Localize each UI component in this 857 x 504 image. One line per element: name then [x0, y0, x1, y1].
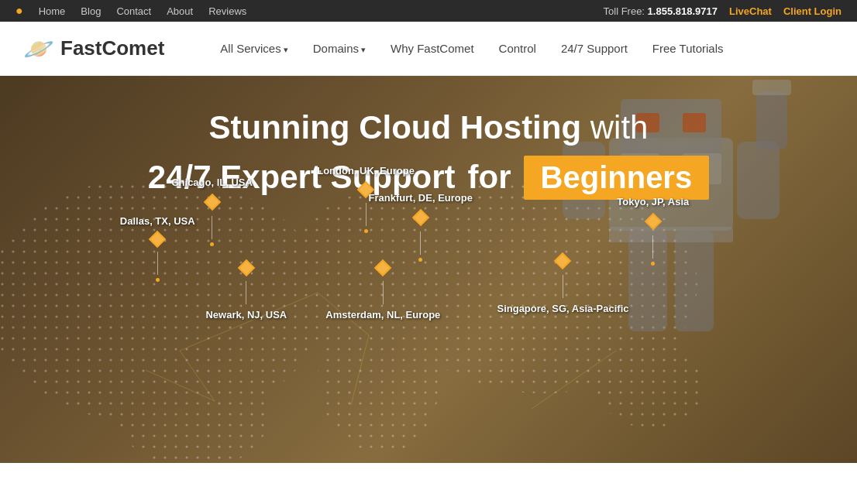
location-tokyo-label: Tokyo, JP, Asia — [617, 196, 689, 207]
nav-all-services[interactable]: All Services — [211, 36, 297, 61]
svg-rect-31 — [205, 196, 219, 209]
location-newark-label: Newark, NJ, USA — [205, 309, 287, 321]
nav-domains[interactable]: Domains — [304, 36, 375, 61]
hero-for-text: for — [468, 159, 511, 196]
top-bar-right: Toll Free: 1.855.818.9717 LiveChat Clien… — [604, 5, 842, 17]
toll-free-label: Toll Free: 1.855.818.9717 — [604, 5, 718, 17]
top-bar-nav: ● Home Blog Contact About Reviews — [15, 4, 246, 18]
nav-home[interactable]: Home — [39, 5, 66, 17]
svg-rect-23 — [756, 91, 787, 149]
nav-why-fastcomet[interactable]: Why FastComet — [381, 36, 484, 61]
nav-contact[interactable]: Contact — [116, 5, 151, 17]
location-newark-marker — [236, 258, 256, 278]
location-tokyo-line — [652, 235, 653, 259]
location-amsterdam-marker — [373, 258, 393, 278]
hero-title-strong: Stunning Cloud Hosting — [209, 109, 582, 146]
livechat-link[interactable]: LiveChat — [729, 5, 772, 17]
location-frankfurt-line — [420, 231, 421, 255]
location-newark: Newark, NJ, USA — [205, 258, 287, 321]
location-dallas-line — [157, 252, 158, 275]
location-london-dot — [364, 229, 368, 233]
main-nav: 🪐 FastComet All Services Domains Why Fas… — [0, 22, 857, 76]
nav-reviews[interactable]: Reviews — [208, 5, 246, 17]
location-amsterdam-line — [383, 281, 384, 304]
client-login-link[interactable]: Client Login — [783, 5, 842, 17]
hero-title-line1: Stunning Cloud Hosting with — [148, 107, 709, 149]
hero-title-with: with — [590, 109, 649, 146]
location-chicago-label: Chicago, IL, USA — [171, 177, 253, 188]
location-singapore-label: Singapore, SG, Asia-Pacific — [497, 303, 628, 314]
location-tokyo-dot — [651, 262, 655, 266]
location-dallas-marker — [148, 230, 167, 249]
phone-number: 1.855.818.9717 — [648, 5, 718, 17]
svg-rect-41 — [377, 262, 390, 275]
nav-blog[interactable]: Blog — [81, 5, 101, 17]
location-tokyo-marker — [642, 211, 664, 232]
svg-rect-24 — [752, 80, 791, 95]
svg-rect-37 — [646, 215, 659, 228]
location-dallas-dot — [156, 278, 160, 282]
location-amsterdam: Amsterdam, NL, Europe — [325, 258, 440, 321]
svg-rect-43 — [556, 255, 570, 268]
svg-rect-33 — [414, 211, 427, 225]
location-london-label: London, UK, Europe — [317, 165, 415, 177]
nav-about[interactable]: About — [167, 5, 193, 17]
location-frankfurt-marker — [410, 207, 432, 228]
hero-badge: Beginners — [524, 156, 710, 200]
logo-text: FastComet — [60, 36, 164, 60]
logo-icon: 🪐 — [23, 34, 54, 63]
location-singapore-line — [563, 275, 563, 298]
logo[interactable]: 🪐 FastComet — [23, 34, 164, 63]
nav-support[interactable]: 24/7 Support — [552, 36, 637, 61]
location-chicago-dot — [210, 242, 214, 246]
location-london-line — [366, 203, 367, 226]
svg-rect-35 — [151, 233, 164, 246]
main-nav-links: All Services Domains Why FastComet Contr… — [211, 36, 732, 61]
location-amsterdam-label: Amsterdam, NL, Europe — [325, 309, 440, 321]
svg-rect-22 — [737, 142, 780, 219]
top-bar: ● Home Blog Contact About Reviews Toll F… — [0, 0, 857, 22]
location-dallas-label: Dallas, TX, USA — [120, 215, 195, 227]
location-singapore-marker — [552, 250, 573, 272]
location-chicago-marker — [201, 191, 223, 213]
svg-rect-39 — [239, 262, 253, 275]
location-singapore: Singapore, SG, Asia-Pacific — [497, 250, 628, 314]
location-newark-line — [246, 281, 246, 304]
hero-section: Stunning Cloud Hosting with 24/7 Expert … — [0, 76, 857, 463]
nav-free-tutorials[interactable]: Free Tutorials — [643, 36, 733, 61]
location-chicago-line — [212, 216, 212, 239]
location-frankfurt-label: Frankfurt, DE, Europe — [369, 192, 473, 204]
location-frankfurt: Frankfurt, DE, Europe — [369, 192, 473, 262]
location-dallas: Dallas, TX, USA — [120, 215, 195, 282]
nav-control[interactable]: Control — [490, 36, 546, 61]
bullet-icon: ● — [15, 4, 23, 18]
